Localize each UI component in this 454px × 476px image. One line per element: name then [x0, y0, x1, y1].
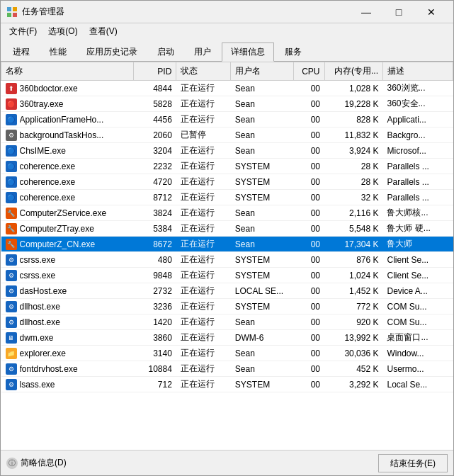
tab-services[interactable]: 服务: [276, 42, 311, 62]
cell-pid: 3824: [133, 205, 176, 221]
table-row[interactable]: ⬆360bdoctor.exe4844正在运行Sean001,028 K360浏…: [1, 81, 453, 96]
summary-label[interactable]: 简略信息(D): [21, 457, 67, 469]
menu-file[interactable]: 文件(F): [4, 24, 42, 39]
process-icon: 🔵: [6, 176, 17, 188]
col-header-name[interactable]: 名称: [1, 62, 134, 81]
process-name: fontdrvhost.exe: [20, 364, 78, 374]
table-row[interactable]: 🔧ComputerZTray.exe5384正在运行Sean005,548 K鲁…: [1, 221, 453, 237]
table-row[interactable]: 🔵coherence.exe4720正在运行SYSTEM0028 KParall…: [1, 174, 453, 190]
cell-pid: 8712: [133, 190, 176, 205]
table-row[interactable]: ⚙dllhost.exe3236正在运行SYSTEM00772 KCOM Su.…: [1, 299, 453, 314]
tab-processes[interactable]: 进程: [4, 42, 39, 62]
app-icon: [6, 6, 18, 18]
table-row[interactable]: ⚙csrss.exe9848正在运行SYSTEM001,024 KClient …: [1, 268, 453, 283]
cell-desc: Client Se...: [382, 252, 453, 268]
process-icon: 📁: [6, 348, 17, 359]
col-header-mem[interactable]: 内存(专用...: [324, 62, 382, 81]
close-button[interactable]: ✕: [415, 1, 448, 23]
col-header-cpu[interactable]: CPU: [293, 62, 324, 81]
cell-pid: 4844: [133, 81, 176, 96]
cell-user: Sean: [231, 143, 293, 159]
cell-desc: COM Su...: [382, 314, 453, 330]
cell-user: Sean: [231, 112, 293, 128]
cell-user: SYSTEM: [231, 190, 293, 205]
table-row[interactable]: 🔵coherence.exe2232正在运行SYSTEM0028 KParall…: [1, 159, 453, 174]
cell-mem: 28 K: [324, 174, 382, 190]
table-row[interactable]: ⚙lsass.exe712正在运行SYSTEM003,292 KLocal Se…: [1, 377, 453, 392]
cell-user: SYSTEM: [231, 268, 293, 283]
col-header-desc[interactable]: 描述: [382, 62, 453, 81]
cell-mem: 3,924 K: [324, 143, 382, 159]
process-icon: 🔵: [6, 145, 17, 157]
minimize-button[interactable]: —: [350, 1, 382, 23]
table-row[interactable]: 🔵ChsIME.exe3204正在运行Sean003,924 KMicrosof…: [1, 143, 453, 159]
cell-cpu: 00: [293, 96, 324, 112]
cell-status: 正在运行: [176, 330, 231, 346]
cell-mem: 32 K: [324, 190, 382, 205]
cell-status: 正在运行: [176, 377, 231, 392]
tab-users[interactable]: 用户: [185, 42, 220, 62]
cell-pid: 9848: [133, 268, 176, 283]
cell-name: 🔵coherence.exe: [1, 190, 134, 205]
cell-name: ⬆360bdoctor.exe: [1, 81, 134, 96]
cell-name: 🔵ApplicationFrameHo...: [1, 112, 134, 128]
table-row[interactable]: ⚙csrss.exe480正在运行SYSTEM00876 KClient Se.…: [1, 252, 453, 268]
menu-bar: 文件(F) 选项(O) 查看(V): [1, 23, 453, 39]
cell-pid: 5828: [133, 96, 176, 112]
process-icon: ⚙: [6, 130, 17, 141]
cell-cpu: 00: [293, 268, 324, 283]
table-row[interactable]: 🖥dwm.exe3860正在运行DWM-60013,992 K桌面窗口...: [1, 330, 453, 346]
menu-options[interactable]: 选项(O): [42, 24, 83, 39]
tab-details[interactable]: 详细信息: [222, 42, 274, 62]
cell-desc: COM Su...: [382, 299, 453, 314]
cell-cpu: 00: [293, 112, 324, 128]
cell-desc: Parallels ...: [382, 174, 453, 190]
process-icon: 🔵: [6, 161, 17, 172]
table-row[interactable]: 🔵ApplicationFrameHo...4456正在运行Sean00828 …: [1, 112, 453, 128]
table-row[interactable]: 🔵coherence.exe8712正在运行SYSTEM0032 KParall…: [1, 190, 453, 205]
tab-performance[interactable]: 性能: [40, 42, 76, 62]
cell-name: ⚙dasHost.exe: [1, 283, 134, 299]
table-row[interactable]: ⚙backgroundTaskHos...2060已暂停Sean0011,832…: [1, 128, 453, 143]
cell-status: 正在运行: [176, 112, 231, 128]
cell-cpu: 00: [293, 205, 324, 221]
end-task-button[interactable]: 结束任务(E): [378, 454, 448, 472]
col-header-pid[interactable]: PID: [133, 62, 176, 81]
process-icon: 🔧: [6, 208, 17, 219]
maximize-button[interactable]: □: [382, 1, 415, 23]
cell-desc: 360安全...: [382, 96, 453, 112]
cell-status: 正在运行: [176, 283, 231, 299]
cell-name: ⚙fontdrvhost.exe: [1, 361, 134, 377]
cell-user: SYSTEM: [231, 377, 293, 392]
tab-startup[interactable]: 启动: [148, 42, 183, 62]
process-table-container[interactable]: 名称 PID 状态 用户名 CPU 内存(专用... 描述 ⬆360bdocto…: [1, 62, 453, 450]
cell-user: Sean: [231, 346, 293, 361]
cell-pid: 4456: [133, 112, 176, 128]
cell-pid: 10884: [133, 361, 176, 377]
col-header-user[interactable]: 用户名: [231, 62, 293, 81]
cell-desc: 360浏览...: [382, 81, 453, 96]
col-header-status[interactable]: 状态: [176, 62, 231, 81]
cell-status: 正在运行: [176, 252, 231, 268]
table-row[interactable]: ⚙fontdrvhost.exe10884正在运行Sean00452 KUser…: [1, 361, 453, 377]
table-row[interactable]: 🔧ComputerZ_CN.exe8672正在运行Sean0017,304 K鲁…: [1, 237, 453, 252]
cell-name: 🔵coherence.exe: [1, 159, 134, 174]
tab-app-history[interactable]: 应用历史记录: [77, 42, 147, 62]
table-row[interactable]: 📁explorer.exe3140正在运行Sean0030,036 KWindo…: [1, 346, 453, 361]
table-row[interactable]: 🔴360tray.exe5828正在运行Sean0019,228 K360安全.…: [1, 96, 453, 112]
info-icon: ⓘ: [6, 458, 18, 469]
table-row[interactable]: ⚙dasHost.exe2732正在运行LOCAL SE...001,452 K…: [1, 283, 453, 299]
cell-pid: 712: [133, 377, 176, 392]
cell-name: ⚙csrss.exe: [1, 252, 134, 268]
cell-cpu: 00: [293, 299, 324, 314]
cell-status: 正在运行: [176, 96, 231, 112]
cell-user: DWM-6: [231, 330, 293, 346]
cell-cpu: 00: [293, 283, 324, 299]
cell-mem: 1,452 K: [324, 283, 382, 299]
menu-view[interactable]: 查看(V): [84, 24, 123, 39]
table-row[interactable]: ⚙dllhost.exe1420正在运行Sean00920 KCOM Su...: [1, 314, 453, 330]
table-row[interactable]: 🔧ComputerZService.exe3824正在运行Sean002,116…: [1, 205, 453, 221]
summary-area: ⓘ 简略信息(D): [6, 457, 67, 469]
process-name: coherence.exe: [20, 193, 76, 203]
process-name: ComputerZ_CN.exe: [20, 239, 96, 249]
